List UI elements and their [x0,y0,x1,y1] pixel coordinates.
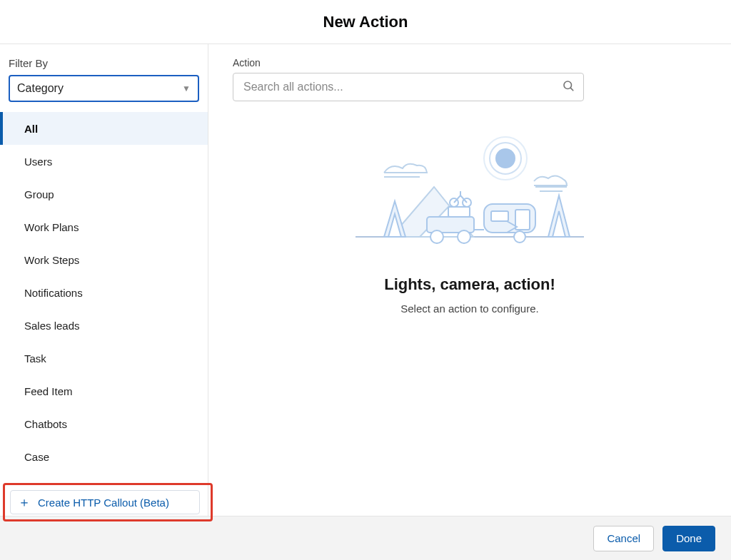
page-title: New Action [323,13,408,31]
svg-point-12 [514,231,525,243]
category-item[interactable]: Group [0,178,208,210]
filter-label: Filter By [0,57,208,75]
http-callout-highlight: ＋ Create HTTP Callout (Beta) [3,483,213,521]
svg-rect-14 [427,217,474,233]
body: Filter By Category ▼ AllUsersGroupWork P… [0,44,731,516]
empty-illustration [341,130,598,258]
empty-state-heading: Lights, camera, action! [233,275,707,294]
category-item[interactable]: Chatbots [0,407,208,440]
main-panel: Action [208,44,731,516]
footer: Cancel Done [0,516,731,560]
filter-select-value: Category [17,82,64,95]
action-search[interactable] [233,73,584,101]
category-item[interactable]: Users [0,145,208,178]
chevron-down-icon: ▼ [182,83,191,93]
plus-icon: ＋ [18,496,31,509]
create-http-callout-button[interactable]: ＋ Create HTTP Callout (Beta) [10,490,200,514]
svg-point-17 [458,230,470,243]
category-item[interactable]: Notifications [0,276,208,309]
svg-point-3 [495,148,515,168]
svg-point-16 [430,230,443,243]
done-button[interactable]: Done [662,526,715,551]
category-item[interactable]: Case [0,440,208,473]
category-item[interactable]: Feed Item [0,375,208,407]
category-item[interactable]: All [0,112,208,145]
category-item[interactable]: Sales leads [0,309,208,342]
svg-rect-15 [448,207,470,217]
svg-rect-10 [491,211,508,221]
action-label: Action [233,57,707,68]
filter-select[interactable]: Category ▼ [9,75,199,102]
sidebar: Filter By Category ▼ AllUsersGroupWork P… [0,44,208,516]
category-item[interactable]: Work Plans [0,210,208,243]
cancel-button[interactable]: Cancel [593,526,654,551]
category-item[interactable]: Work Steps [0,243,208,276]
search-input[interactable] [233,73,583,101]
create-http-callout-label: Create HTTP Callout (Beta) [38,497,169,509]
title-bar: New Action [0,0,731,44]
category-list: AllUsersGroupWork PlansWork StepsNotific… [0,112,208,516]
empty-state-sub: Select an action to configure. [233,302,707,315]
category-item[interactable]: Task [0,342,208,375]
